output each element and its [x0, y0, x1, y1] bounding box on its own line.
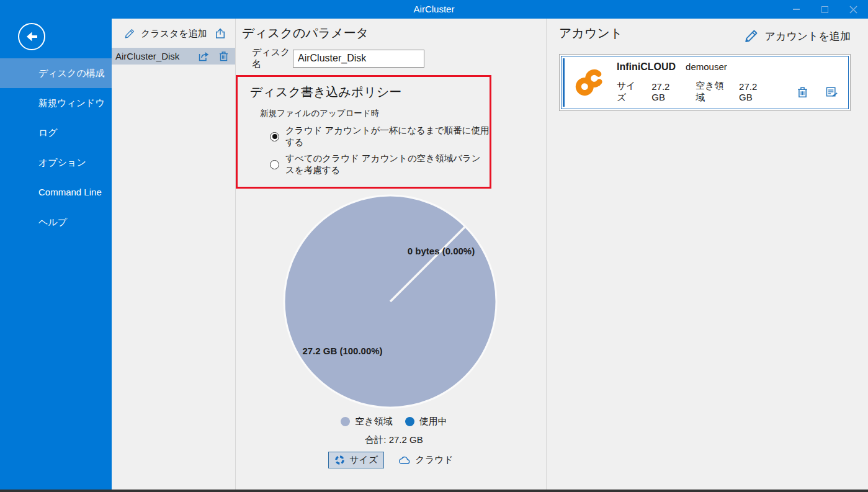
titlebar: AirCluster [0, 0, 868, 19]
share-icon[interactable] [214, 27, 226, 40]
write-policy-box: ディスク書き込みポリシー 新規ファイルのアップロード時 クラウド アカウントが一… [236, 75, 491, 189]
chart-total: 合計: 27.2 GB [242, 434, 546, 446]
app-window: AirCluster ディスクの構成 新規ウィンドウ ログ オプション [0, 0, 868, 492]
legend-label-used: 使用中 [419, 416, 447, 427]
window-title: AirCluster [0, 0, 868, 19]
maximize-button[interactable] [810, 0, 839, 19]
account-selected-accent [563, 58, 565, 107]
view-by-cloud-label: クラウド [415, 454, 453, 466]
write-policy-title: ディスク書き込みポリシー [250, 84, 490, 101]
pie-label-used: 0 bytes (0.00%) [408, 246, 475, 256]
account-username: demouser [686, 61, 727, 72]
legend-dot-used-icon [405, 417, 414, 426]
account-free-value: 27.2 GB [739, 81, 772, 102]
add-cluster-label: クラスタを追加 [141, 28, 208, 40]
close-icon [849, 6, 857, 14]
cloud-icon [398, 455, 411, 465]
add-cluster-button[interactable]: クラスタを追加 [112, 25, 235, 42]
pie-label-free: 27.2 GB (100.00%) [302, 346, 382, 356]
legend-label-free: 空き領域 [355, 416, 392, 427]
view-by-size-button[interactable]: サイズ [328, 452, 384, 468]
radio-selected-icon[interactable] [270, 132, 279, 141]
account-provider: InfiniCLOUD [617, 61, 676, 73]
cluster-name: AirCluster_Disk [115, 51, 189, 61]
cluster-list-item[interactable]: AirCluster_Disk [112, 48, 235, 65]
account-size-value: 27.2 GB [651, 81, 684, 102]
account-free-label: 空き領域 [696, 80, 732, 104]
delete-account-icon[interactable] [797, 86, 808, 99]
window-controls [782, 0, 867, 19]
edit-account-icon[interactable] [825, 86, 838, 98]
policy-option-label: すべてのクラウド アカウントの空き領域バランスを考慮する [285, 153, 490, 176]
accounts-panel: アカウント アカウントを追加 [547, 19, 868, 492]
legend-dot-free-icon [341, 417, 350, 426]
radio-unselected-icon[interactable] [270, 160, 279, 169]
policy-option-label: クラウド アカウントが一杯になるまで順番に使用する [285, 125, 490, 148]
add-account-label: アカウントを追加 [765, 29, 851, 43]
legend-item-free: 空き領域 [341, 416, 392, 427]
pencil-icon [744, 29, 759, 43]
sidebar-item-command-line[interactable]: Command Line [0, 177, 112, 207]
export-icon[interactable] [197, 50, 210, 62]
sidebar-item-options[interactable]: オプション [0, 148, 112, 177]
disk-name-label: ディスク名 [252, 47, 293, 70]
legend-item-used: 使用中 [405, 416, 447, 427]
window-bottom-border [0, 490, 868, 492]
accounts-header: アカウント アカウントを追加 [559, 24, 851, 43]
chart-legend: 空き領域 使用中 [242, 416, 546, 427]
accounts-title: アカウント [559, 25, 622, 42]
write-policy-subtitle: 新規ファイルのアップロード時 [260, 108, 490, 119]
trash-icon[interactable] [218, 50, 229, 62]
disk-parameters-panel: ディスクのパラメータ ディスク名 ディスク書き込みポリシー 新規ファイルのアップ… [236, 19, 547, 492]
sidebar-item-new-window[interactable]: 新規ウィンドウ [0, 88, 112, 118]
account-card[interactable]: InfiniCLOUD demouser サイズ 27.2 GB 空き領域 27… [559, 54, 851, 111]
sidebar-item-disk-config[interactable]: ディスクの構成 [0, 58, 112, 88]
close-button[interactable] [839, 0, 867, 19]
policy-option-balanced[interactable]: すべてのクラウド アカウントの空き領域バランスを考慮する [270, 153, 490, 176]
disk-name-input[interactable] [293, 50, 424, 68]
minimize-button[interactable] [782, 0, 810, 19]
cluster-panel: クラスタを追加 AirCluster_Disk [112, 19, 236, 492]
pie-chart-svg [282, 193, 499, 410]
policy-option-sequential[interactable]: クラウド アカウントが一杯になるまで順番に使用する [270, 125, 490, 148]
sidebar-item-help[interactable]: ヘルプ [0, 207, 112, 237]
add-account-button[interactable]: アカウントを追加 [744, 29, 851, 43]
minimize-icon [793, 9, 800, 10]
back-button[interactable] [18, 23, 45, 50]
view-by-size-label: サイズ [349, 454, 378, 466]
account-info: InfiniCLOUD demouser サイズ 27.2 GB 空き領域 27… [617, 61, 838, 104]
sidebar: ディスクの構成 新規ウィンドウ ログ オプション Command Line ヘル… [0, 19, 112, 492]
sidebar-item-log[interactable]: ログ [0, 118, 112, 148]
infinicloud-logo-icon [571, 65, 607, 101]
disk-usage-pie-chart: 0 bytes (0.00%) 27.2 GB (100.00%) [242, 193, 546, 410]
disk-name-row: ディスク名 [252, 47, 546, 70]
account-size-label: サイズ [617, 80, 644, 104]
sidebar-menu: ディスクの構成 新規ウィンドウ ログ オプション Command Line ヘル… [0, 58, 112, 237]
disk-parameters-title: ディスクのパラメータ [242, 25, 546, 42]
maximize-icon [821, 6, 828, 13]
pencil-icon [124, 28, 135, 39]
donut-chart-icon [334, 455, 345, 465]
back-arrow-icon [24, 29, 40, 45]
chart-view-switch: サイズ クラウド [242, 452, 546, 468]
view-by-cloud-button[interactable]: クラウド [392, 452, 459, 468]
